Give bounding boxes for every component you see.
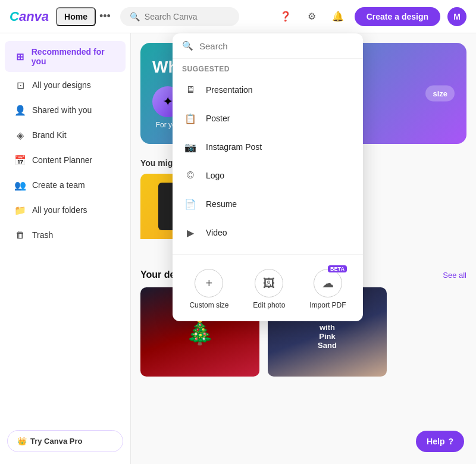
see-all-button[interactable]: See all [443,271,466,280]
size-badge: size [425,86,455,102]
import-pdf-label: Import PDF [309,301,346,309]
suggested-label: Suggested [173,59,363,76]
calendar-icon: 📅 [14,154,26,166]
custom-size-label: Custom size [189,301,228,309]
sidebar-item-recommended[interactable]: ⊞ Recommended for you [5,41,126,72]
sidebar-item-trash[interactable]: 🗑 Trash [5,223,126,247]
photo-icon: 🖼 [255,269,283,297]
sidebar-item-label: Recommended for you [32,47,116,66]
dropdown-item-instagram[interactable]: 📷 Instagram Post [173,133,363,161]
dropdown-item-logo[interactable]: © Logo [173,161,363,190]
sidebar-item-label: All your designs [32,80,91,90]
sidebar-item-label: All your folders [32,205,87,215]
dropdown-item-text: Resume [206,199,237,209]
christmas-tree-icon: 🎄 [185,318,215,346]
dropdown-item-resume[interactable]: 📄 Resume [173,190,363,218]
topbar: Canva Home ••• 🔍 ❓ ⚙ 🔔 Create a design M [0,0,476,33]
upload-icon: ☁ [314,269,342,297]
search-bar[interactable]: 🔍 [120,7,239,26]
dropdown-item-video[interactable]: ▶ Video [173,218,363,247]
logo-icon: © [182,167,199,184]
presentation-icon: 🖥 [182,81,199,98]
edit-photo-button[interactable]: 🖼 Edit photo [246,264,292,314]
brand-icon: ◈ [14,129,26,141]
search-input[interactable] [145,12,228,21]
sidebar: ⊞ Recommended for you ⊡ All your designs… [0,33,131,464]
import-pdf-button[interactable]: ☁ BETA Import PDF [302,264,353,314]
help-icon[interactable]: ❓ [276,7,295,26]
edit-photo-label: Edit photo [253,301,285,309]
dropdown-item-text: Presentation [206,85,253,95]
sidebar-item-label: Create a team [32,180,85,190]
sidebar-item-label: Brand Kit [32,130,67,140]
dropdown-item-text: Poster [206,114,230,123]
home-icon: ⊞ [14,51,26,62]
more-options-icon[interactable]: ••• [99,10,111,23]
poster-icon: 📋 [182,110,199,127]
topbar-right: ❓ ⚙ 🔔 Create a design M [276,7,466,26]
dropdown-search-icon: 🔍 [182,40,193,51]
help-button[interactable]: Help ? [416,431,464,452]
sidebar-item-team[interactable]: 👥 Create a team [5,173,126,197]
home-tab[interactable]: Home [56,7,96,26]
dropdown-item-text: Instagram Post [206,142,262,152]
sidebar-item-brand[interactable]: ◈ Brand Kit [5,123,126,147]
dropdown-search-input[interactable] [199,41,353,51]
dropdown-item-poster[interactable]: 📋 Poster [173,104,363,133]
video-icon: ▶ [182,224,199,241]
trash-icon: 🗑 [14,229,26,241]
try-pro-label: Try Canva Pro [30,437,82,446]
avatar[interactable]: M [447,7,466,26]
dropdown-actions: + Custom size 🖼 Edit photo ☁ BETA Import… [173,254,363,321]
dropdown-list: 🖥 Presentation 📋 Poster 📷 Instagram Post… [173,76,363,254]
dropdown-item-presentation[interactable]: 🖥 Presentation [173,76,363,104]
sidebar-item-label: Shared with you [32,105,92,115]
search-icon: 🔍 [130,12,140,21]
logo-text: Canva [10,9,49,24]
sidebar-item-shared[interactable]: 👤 Shared with you [5,98,126,122]
notifications-icon[interactable]: 🔔 [328,7,347,26]
crown-icon: 👑 [17,437,27,446]
team-icon: 👥 [14,179,26,191]
dropdown-item-text: Logo [206,171,224,180]
dropdown-item-card[interactable]: ✉ Card (Landscape) [173,247,363,254]
hero-right: size [425,86,455,102]
resume-icon: 📄 [182,196,199,212]
logo[interactable]: Canva [10,9,49,24]
beta-badge: BETA [328,265,347,272]
folder-icon: 📁 [14,204,26,216]
sidebar-item-all-designs[interactable]: ⊡ All your designs [5,73,126,97]
sidebar-item-planner[interactable]: 📅 Content Planner [5,148,126,172]
try-pro-button[interactable]: 👑 Try Canva Pro [7,430,123,452]
settings-icon[interactable]: ⚙ [302,7,321,26]
custom-size-button[interactable]: + Custom size [182,264,236,314]
plus-icon: + [195,269,223,297]
card-icon: ✉ [182,253,199,254]
sidebar-item-label: Trash [32,230,53,240]
help-icon: ? [448,437,453,446]
dropdown-search-bar[interactable]: 🔍 [173,33,363,59]
instagram-icon: 📷 [182,139,199,155]
dropdown-item-text: Video [206,228,227,237]
shared-icon: 👤 [14,104,26,116]
create-design-button[interactable]: Create a design [355,7,440,26]
search-dropdown: 🔍 Suggested 🖥 Presentation 📋 Poster 📷 In… [173,33,363,321]
grid-icon: ⊡ [14,79,26,91]
sidebar-item-folders[interactable]: 📁 All your folders [5,198,126,222]
sidebar-spacer [0,247,130,425]
import-pdf-icon-wrap: ☁ BETA [314,269,342,297]
sidebar-item-label: Content Planner [32,155,92,165]
help-text: Help [427,437,444,446]
